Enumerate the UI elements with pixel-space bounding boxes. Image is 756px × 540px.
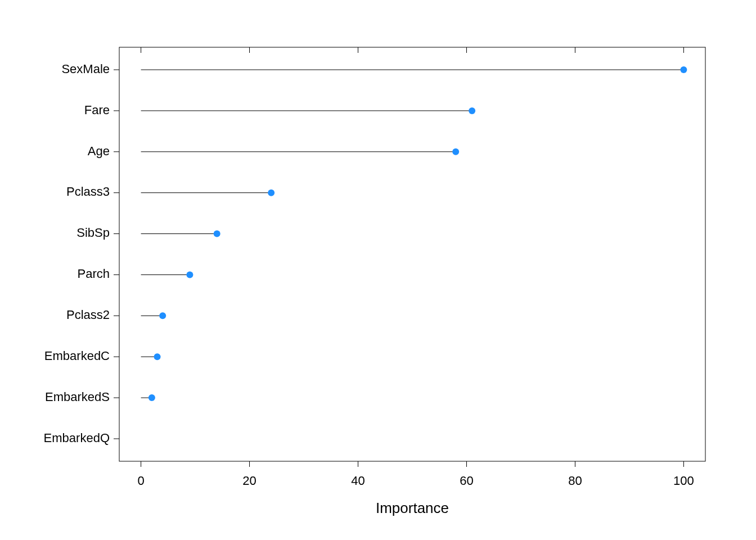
- data-point: [214, 231, 220, 237]
- y-tick-label: EmbarkedQ: [44, 431, 110, 445]
- x-tick-label: 100: [673, 474, 694, 488]
- y-tick-label: SibSp: [76, 226, 110, 240]
- x-axis-title: Importance: [376, 500, 449, 516]
- y-tick-label: EmbarkedC: [44, 349, 110, 363]
- y-tick-label: Parch: [78, 267, 110, 281]
- y-tick-label: Pclass3: [66, 184, 110, 199]
- y-tick-label: SexMale: [61, 62, 110, 76]
- x-tick-label: 40: [351, 474, 364, 488]
- x-tick-label: 20: [242, 474, 256, 488]
- data-point: [148, 394, 155, 401]
- x-tick-label: 0: [137, 474, 144, 488]
- y-tick-label: Pclass2: [66, 308, 110, 322]
- data-point: [186, 271, 193, 278]
- plot-border: [119, 47, 705, 461]
- x-tick-label: 80: [568, 474, 582, 488]
- data-point: [159, 312, 166, 319]
- y-tick-label: EmbarkedS: [45, 390, 110, 404]
- y-tick-label: Age: [88, 144, 110, 158]
- data-point: [154, 353, 161, 360]
- x-tick-label: 60: [460, 474, 473, 488]
- data-point: [680, 66, 687, 73]
- data-point: [268, 190, 274, 196]
- chart-container: 020406080100ImportanceSexMaleFareAgePcla…: [0, 0, 756, 540]
- y-tick-label: Fare: [84, 103, 110, 117]
- data-point: [452, 148, 459, 155]
- importance-chart: 020406080100ImportanceSexMaleFareAgePcla…: [0, 0, 756, 540]
- data-point: [469, 107, 475, 114]
